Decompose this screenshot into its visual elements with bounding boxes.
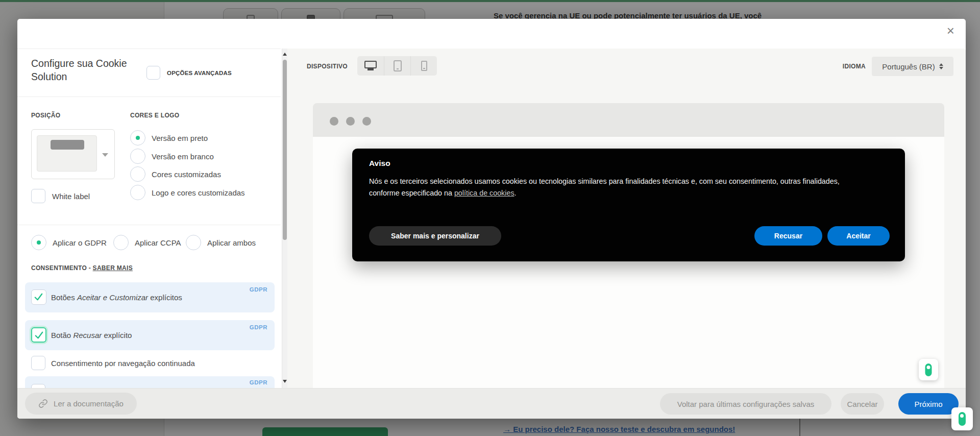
gdpr-badge: GDPR <box>250 286 267 293</box>
link-icon <box>38 399 48 408</box>
consent-section-label: CONSENTIMENTO - SABER MAIS <box>31 264 133 272</box>
scroll-up-icon[interactable] <box>283 53 287 56</box>
consent-row-reject-button[interactable]: Botão Recusar explícito GDPR <box>25 320 275 350</box>
radio-icon <box>130 149 145 164</box>
gdpr-badge: GDPR <box>250 324 267 330</box>
page-title: Configure sua Cookie Solution <box>31 57 138 83</box>
scrollbar-thumb[interactable] <box>283 60 287 240</box>
privacy-lock-icon <box>925 364 932 376</box>
color-option-logo-and-colors[interactable]: Logo e cores customizadas <box>130 185 245 200</box>
cookie-banner-preview: Aviso Nós e os terceiros selecionados us… <box>352 149 905 261</box>
unchecked-checkbox[interactable] <box>31 356 45 370</box>
radio-icon <box>113 235 129 250</box>
checkmark-icon <box>33 292 44 302</box>
phone-icon <box>421 61 427 71</box>
next-button[interactable]: Próximo <box>898 393 959 415</box>
position-section-label: POSIÇÃO <box>31 112 60 119</box>
preview-pane: DISPOSITIVO IDIOMA Português (BR) Aviso … <box>287 49 966 388</box>
advanced-options-label: OPÇÕES AVANÇADAS <box>167 70 232 76</box>
banner-customize-button[interactable]: Saber mais e personalizar <box>369 226 501 246</box>
advanced-options-checkbox[interactable] <box>146 66 160 80</box>
window-dot-icon <box>346 117 355 126</box>
device-tablet-button[interactable] <box>384 56 410 76</box>
window-dot-icon <box>362 117 371 126</box>
read-docs-button[interactable]: Ler a documentação <box>25 393 137 415</box>
colors-section-label: CORES E LOGO <box>130 112 179 119</box>
consent-row-continued-browsing[interactable]: Consentimento por navegação continuada <box>25 354 275 373</box>
checkmark-icon <box>34 330 44 341</box>
position-picker[interactable] <box>31 129 115 179</box>
banner-text-line2: conforme especificado na política de coo… <box>369 189 517 197</box>
settings-panel: Configure sua Cookie Solution OPÇÕES AVA… <box>17 49 281 388</box>
gdpr-badge: GDPR <box>250 379 267 385</box>
language-select[interactable]: Português (BR) <box>872 57 953 76</box>
device-desktop-button[interactable] <box>357 56 384 76</box>
privacy-widget-button[interactable] <box>951 407 973 430</box>
radio-selected-icon <box>31 235 46 250</box>
close-icon[interactable]: × <box>947 24 954 37</box>
chevron-down-icon <box>102 153 108 157</box>
regulation-both[interactable]: Aplicar ambos <box>186 235 256 250</box>
privacy-lock-icon <box>959 412 966 426</box>
screen: Se você gerencia na UE ou pode potencial… <box>0 0 980 436</box>
preview-browser-bar <box>313 103 944 137</box>
radio-icon <box>130 166 145 182</box>
color-option-custom-colors[interactable]: Cores customizadas <box>130 166 221 182</box>
device-label: DISPOSITIVO <box>307 63 348 70</box>
advanced-options-toggle[interactable]: OPÇÕES AVANÇADAS <box>146 66 232 80</box>
unchecked-checkbox[interactable] <box>31 384 45 388</box>
cancel-button[interactable]: Cancelar <box>841 393 884 415</box>
consent-row-accept-customize[interactable]: Botões Aceitar e Customizar explícitos G… <box>25 282 275 312</box>
section-divider <box>17 225 281 225</box>
scroll-down-icon[interactable] <box>283 380 287 383</box>
color-option-black[interactable]: Versão em preto <box>130 130 208 146</box>
cookie-configurator-modal: × Configure sua Cookie Solution OPÇÕES A… <box>17 19 966 419</box>
checked-focused-checkbox[interactable] <box>31 327 46 343</box>
desktop-icon <box>364 61 377 68</box>
radio-selected-icon <box>130 130 145 146</box>
banner-accept-button[interactable]: Aceitar <box>827 226 890 246</box>
privacy-widget-button[interactable] <box>919 359 938 380</box>
banner-reject-button[interactable]: Recusar <box>754 226 822 246</box>
restore-settings-button[interactable]: Voltar para últimas configurações salvas <box>660 393 831 415</box>
radio-icon <box>186 235 201 250</box>
white-label-toggle[interactable]: White label <box>31 189 90 203</box>
position-preview <box>37 135 97 172</box>
position-banner-thumbnail <box>51 140 84 150</box>
device-phone-button[interactable] <box>410 56 437 76</box>
white-label-checkbox[interactable] <box>31 189 45 203</box>
color-option-white[interactable]: Versão em branco <box>130 149 214 164</box>
panel-header: Configure sua Cookie Solution OPÇÕES AVA… <box>17 49 281 97</box>
banner-text-line1: Nós e os terceiros selecionados usamos c… <box>369 177 840 185</box>
cookie-policy-link[interactable]: política de cookies <box>454 189 514 197</box>
radio-icon <box>130 185 145 200</box>
tablet-icon <box>394 60 402 71</box>
checked-checkbox[interactable] <box>31 289 46 305</box>
language-label: IDIOMA <box>843 63 866 70</box>
window-dot-icon <box>330 117 338 126</box>
consent-row-partial[interactable]: GDPR <box>25 376 275 388</box>
select-arrows-icon <box>939 63 943 69</box>
panel-scrollbar[interactable] <box>282 49 287 388</box>
modal-footer: Ler a documentação Voltar para últimas c… <box>17 388 966 419</box>
regulation-ccpa[interactable]: Aplicar CCPA <box>113 235 181 250</box>
white-label-text: White label <box>52 192 90 201</box>
regulation-gdpr[interactable]: Aplicar o GDPR <box>31 235 107 250</box>
saber-mais-link[interactable]: SABER MAIS <box>93 264 133 272</box>
banner-title: Aviso <box>369 159 390 168</box>
device-switcher <box>357 56 437 76</box>
